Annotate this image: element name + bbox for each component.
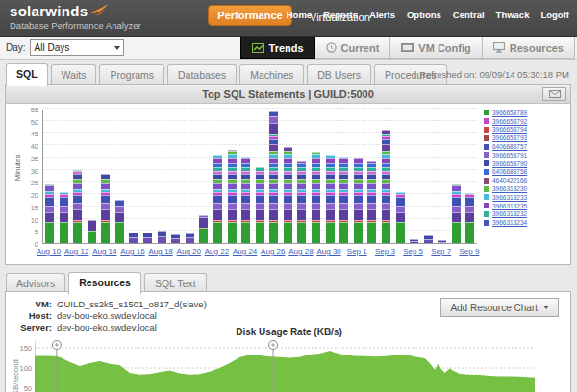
xlabel-aug-20[interactable]: Aug 20 xyxy=(174,247,203,256)
bar-aug-18[interactable] xyxy=(158,231,166,243)
tab-db-users[interactable]: DB Users xyxy=(307,64,371,85)
ytick-40: 40 xyxy=(13,142,38,151)
bar-segment xyxy=(101,222,110,243)
legend-item-3966658789[interactable]: 3966658789 xyxy=(484,109,568,117)
email-chart-button[interactable] xyxy=(542,87,566,101)
xlabel-aug-26[interactable]: Aug 26 xyxy=(259,247,288,256)
legend-item-3966313235[interactable]: 3966313235 xyxy=(484,202,568,210)
bar-aug-10[interactable] xyxy=(45,184,54,243)
bar-aug-14[interactable] xyxy=(101,174,110,243)
bar-aug-19[interactable] xyxy=(171,234,180,243)
nav-link-logoff[interactable]: Logoff xyxy=(540,10,569,20)
legend-item-6406683758[interactable]: 6406683758 xyxy=(484,168,568,177)
legend-item-3966313230[interactable]: 3966313230 xyxy=(484,184,568,193)
tab-sql[interactable]: SQL xyxy=(6,63,48,86)
legend-label: 3966313232 xyxy=(492,210,527,217)
bar-aug-21[interactable] xyxy=(199,215,208,243)
xlabel-sep-3[interactable]: Sep 3 xyxy=(370,247,399,256)
performance-button-label: Performance xyxy=(217,10,282,21)
legend-item-3966658791[interactable]: 3966658791 xyxy=(484,151,568,159)
bar-aug-15[interactable] xyxy=(115,200,124,243)
bar-segment xyxy=(269,209,278,220)
xlabel-aug-12[interactable]: Aug 12 xyxy=(63,247,91,256)
legend-item-3966658790[interactable]: 3966658790 xyxy=(484,159,568,168)
tab-sql-text[interactable]: SQL Text xyxy=(144,273,207,293)
nav-link-home[interactable]: Home xyxy=(287,10,312,20)
bar-aug-22[interactable] xyxy=(213,155,222,243)
bar-aug-31[interactable] xyxy=(339,157,348,243)
bar-sep-1[interactable] xyxy=(354,158,363,243)
bar-aug-23[interactable] xyxy=(228,150,237,243)
disk-chart-title: Disk Usage Rate (KB/s) xyxy=(6,327,572,337)
view-button-resources[interactable]: Resources xyxy=(483,37,575,59)
nav-link-central[interactable]: Central xyxy=(453,10,485,20)
xlabel-aug-30[interactable]: Aug 30 xyxy=(314,247,343,256)
tab-programs[interactable]: Programs xyxy=(99,64,164,85)
view-button-trends[interactable]: Trends xyxy=(240,37,315,59)
ytick-10: 10 xyxy=(13,216,38,225)
bar-sep-8[interactable] xyxy=(452,184,461,243)
nav-link-alerts[interactable]: Alerts xyxy=(369,10,395,20)
xlabel-sep-5[interactable]: Sep 5 xyxy=(399,247,428,256)
legend-item-4640422166[interactable]: 4640422166 xyxy=(484,176,568,184)
bar-aug-20[interactable] xyxy=(186,233,194,243)
tab-resources[interactable]: Resources xyxy=(68,272,141,294)
legend-item-3966313234[interactable]: 3966313234 xyxy=(484,218,568,227)
bar-segment xyxy=(297,222,306,243)
gridline-35 xyxy=(43,157,477,158)
tab-machines[interactable]: Machines xyxy=(239,64,304,85)
add-resource-chart-button[interactable]: Add Resource Chart xyxy=(440,298,559,317)
legend-item-6406683757[interactable]: 6406683757 xyxy=(484,142,568,151)
xlabel-aug-22[interactable]: Aug 22 xyxy=(202,247,231,256)
bar-segment xyxy=(297,203,306,209)
xlabel-aug-14[interactable]: Aug 14 xyxy=(90,247,119,256)
legend-item-3966658794[interactable]: 3966658794 xyxy=(484,126,568,135)
bar-aug-24[interactable] xyxy=(241,157,250,243)
bar-aug-27[interactable] xyxy=(284,147,292,243)
nav-link-options[interactable]: Options xyxy=(407,10,441,20)
bar-aug-28[interactable] xyxy=(297,161,306,243)
view-button-current[interactable]: Current xyxy=(315,37,391,59)
nav-link-thwack[interactable]: Thwack xyxy=(496,10,530,20)
xlabel-aug-16[interactable]: Aug 16 xyxy=(118,247,147,256)
top-header-bar: solarwinds Database Performance Analyzer… xyxy=(0,0,577,37)
bar-sep-3[interactable] xyxy=(382,130,390,243)
bar-sep-7[interactable] xyxy=(438,240,446,243)
view-button-vm-config[interactable]: VM Config xyxy=(390,37,482,59)
performance-button[interactable]: Performance xyxy=(208,5,292,26)
view-button-label: Trends xyxy=(269,42,304,54)
bar-sep-5[interactable] xyxy=(410,239,418,243)
xlabel-sep-7[interactable]: Sep 7 xyxy=(427,247,456,256)
xlabel-aug-18[interactable]: Aug 18 xyxy=(146,247,175,256)
bar-aug-16[interactable] xyxy=(129,233,138,243)
tab-waits[interactable]: Waits xyxy=(51,64,97,85)
bar-sep-6[interactable] xyxy=(424,235,433,243)
legend-item-3966658792[interactable]: 3966658792 xyxy=(484,117,568,126)
nav-link-reports[interactable]: Reports xyxy=(323,10,358,20)
bar-sep-9[interactable] xyxy=(465,193,474,243)
bar-sep-4[interactable] xyxy=(396,192,405,243)
bar-aug-11[interactable] xyxy=(60,192,68,243)
bar-sep-2[interactable] xyxy=(367,161,376,243)
bar-segment xyxy=(73,203,82,209)
xlabel-aug-24[interactable]: Aug 24 xyxy=(231,247,260,256)
bar-aug-30[interactable] xyxy=(326,155,335,243)
legend-item-3966313233[interactable]: 3966313233 xyxy=(484,193,568,202)
tab-advisors[interactable]: Advisors xyxy=(6,273,65,293)
bar-aug-25[interactable] xyxy=(256,167,264,243)
xlabel-aug-10[interactable]: Aug 10 xyxy=(35,247,63,256)
bar-aug-12[interactable] xyxy=(73,170,82,243)
bar-aug-13[interactable] xyxy=(88,220,96,243)
tab-databases[interactable]: Databases xyxy=(167,64,237,85)
bar-segment xyxy=(45,212,54,223)
bar-aug-17[interactable] xyxy=(143,233,152,243)
legend-item-3966658793[interactable]: 3966658793 xyxy=(484,134,568,142)
xlabel-sep-1[interactable]: Sep 1 xyxy=(342,247,371,256)
xlabel-aug-28[interactable]: Aug 28 xyxy=(287,247,315,256)
xlabel-sep-9[interactable]: Sep 9 xyxy=(455,247,484,256)
day-select[interactable]: All Days xyxy=(30,39,124,56)
legend-item-3966313232[interactable]: 3966313232 xyxy=(484,210,568,219)
bar-aug-29[interactable] xyxy=(312,152,320,243)
bar-segment xyxy=(382,144,390,151)
bar-aug-26[interactable] xyxy=(269,111,278,243)
